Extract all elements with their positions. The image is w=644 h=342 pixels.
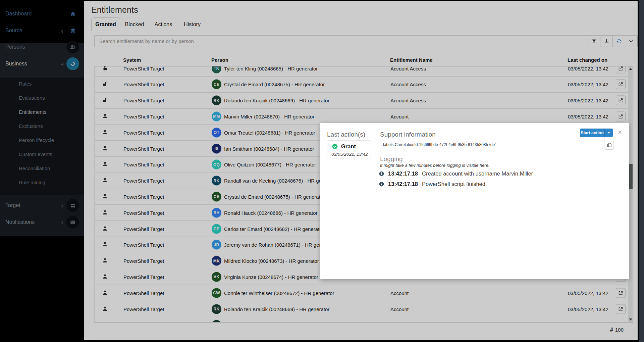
log-entry: 13:42:17.18 Created account with usernam… (379, 170, 533, 177)
logging-note: It might take a few minutes before loggi… (380, 163, 490, 168)
support-title: Support information (380, 131, 436, 138)
close-icon[interactable]: ✕ (617, 130, 623, 136)
action-popup: Last action(s) Grant 03/05/2022, 13:42 S… (320, 123, 629, 279)
start-action-label: Start action (580, 131, 604, 135)
start-action-button[interactable]: Start action (580, 129, 613, 137)
logging-title: Logging (380, 155, 403, 163)
action-name: Grant (341, 143, 356, 150)
last-action-card: Grant 03/05/2022, 13:42 (327, 140, 371, 158)
action-date: 03/05/2022, 13:42 (331, 152, 368, 157)
log-message: PowerShell script finished (422, 181, 485, 187)
log-time: 13:42:17.18 (388, 170, 418, 177)
window-edge (639, 0, 644, 342)
last-actions-title: Last action(s) (327, 131, 365, 138)
popup-divider (375, 140, 375, 268)
app-window: DashboardSourcePersonsBusinessTargetNoti… (0, 1, 638, 340)
start-action-caret[interactable] (605, 132, 613, 134)
log-entry: 13:42:17.18 PowerShell script finished (379, 181, 485, 187)
copy-button[interactable] (604, 140, 614, 150)
info-icon (379, 182, 384, 187)
info-icon (379, 171, 384, 176)
screen: DashboardSourcePersonsBusinessTargetNoti… (0, 0, 644, 342)
check-circle-icon (332, 144, 338, 149)
copy-icon (606, 142, 612, 148)
log-time: 13:42:17.18 (388, 181, 418, 187)
correlation-id-field[interactable]: labels.CorrelationId:"9c669bde-472f-4e6f… (380, 140, 603, 149)
log-message: Created account with username Marvin.Mil… (422, 170, 533, 177)
